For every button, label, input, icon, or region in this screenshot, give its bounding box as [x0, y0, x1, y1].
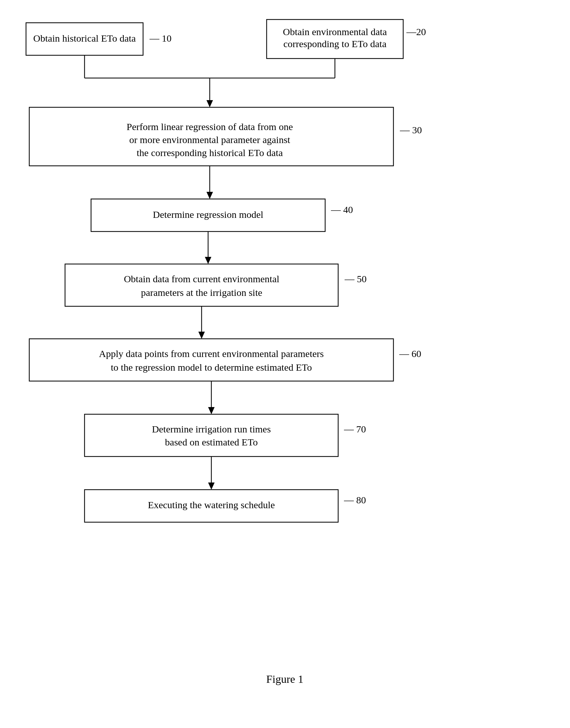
step-label-10: — 10	[149, 33, 172, 44]
arrow-to-box50	[205, 257, 211, 264]
box-50	[65, 264, 338, 306]
box-20-label-line1: Obtain environmental data	[283, 26, 387, 37]
arrow-to-box60	[198, 332, 205, 339]
box-60	[29, 339, 393, 381]
box-30-label-line2: or more environmental parameter against	[129, 134, 290, 145]
figure-caption: Figure 1	[266, 673, 303, 685]
arrow-to-box70	[208, 407, 215, 414]
box-20-label-line2: corresponding to ETo data	[284, 38, 386, 49]
arrow-to-box80	[208, 482, 215, 490]
box-10-label: Obtain historical ETo data	[33, 33, 135, 44]
step-label-80: — 80	[344, 494, 366, 505]
box-70-label-line2: based on estimated ETo	[165, 437, 258, 447]
box-70	[84, 414, 338, 456]
box-70-label-line1: Determine irrigation run times	[152, 424, 271, 434]
box-40-label: Determine regression model	[153, 209, 263, 220]
step-label-50: — 50	[344, 274, 367, 284]
step-label-60: — 60	[399, 348, 421, 359]
box-60-label-line2: to the regression model to determine est…	[111, 362, 312, 373]
box-30-label-line1: Perform linear regression of data from o…	[126, 121, 293, 132]
step-label-70: — 70	[344, 424, 366, 434]
arrow-to-box30	[207, 100, 213, 107]
step-label-20: —20	[406, 26, 426, 37]
box-50-label-line2: parameters at the irrigation site	[141, 287, 262, 298]
box-80-label: Executing the watering schedule	[148, 499, 275, 510]
step-label-40: — 40	[331, 204, 353, 215]
step-label-30: — 30	[399, 124, 422, 135]
box-30-label-line3: the corresponding historical ETo data	[136, 147, 283, 158]
arrow-to-box40	[207, 192, 213, 199]
box-50-label-line1: Obtain data from current environmental	[124, 274, 279, 284]
box-60-label-line1: Apply data points from current environme…	[99, 348, 323, 359]
